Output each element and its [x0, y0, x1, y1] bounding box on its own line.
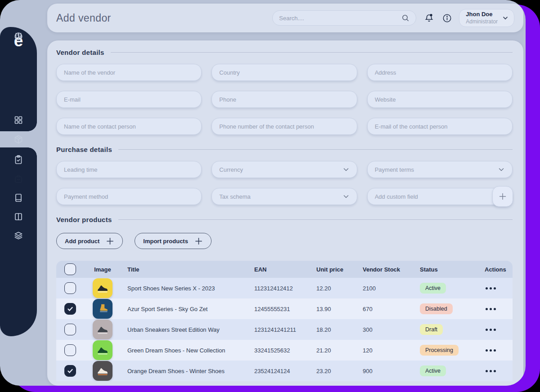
info-circle-icon [442, 13, 452, 23]
add-product-button[interactable]: Add product [56, 233, 123, 249]
page-title: Add vendor [56, 12, 111, 24]
shopping-bag-icon [14, 174, 23, 184]
sidebar-item-purchases[interactable] [0, 169, 37, 188]
sneaker-icon [96, 281, 109, 295]
product-image [93, 361, 112, 381]
app-window: e [0, 0, 526, 386]
leading-time-input[interactable] [57, 161, 201, 178]
contact-email-input[interactable] [368, 118, 512, 134]
product-title: Green Dream Shoes - New Collection [120, 347, 254, 354]
book-icon [14, 193, 23, 203]
product-ean: 12455555231 [254, 306, 316, 312]
section-title-text: Vendor products [56, 216, 112, 223]
tax-schema-select[interactable]: Tax schema [212, 188, 357, 205]
product-title: Orange Dream Shoes - Winter Shoes [120, 368, 254, 374]
status-badge: Active [420, 365, 446, 376]
notifications-button[interactable] [424, 13, 434, 23]
layers-icon [14, 231, 23, 241]
email-input[interactable] [57, 91, 201, 107]
section-title-text: Vendor details [56, 49, 104, 56]
sidebar-item-library[interactable] [0, 188, 37, 207]
product-title: Sport Shoes New Series X - 2023 [120, 285, 254, 292]
website-input[interactable] [368, 91, 512, 107]
sidebar-item-settings[interactable] [0, 27, 37, 46]
page-background: e [0, 0, 540, 392]
column-header: Actions [481, 266, 513, 273]
column-header: Title [120, 266, 254, 273]
sidebar-item-collections[interactable] [0, 226, 37, 245]
custom-field-input[interactable] [368, 188, 512, 205]
product-image [93, 320, 112, 339]
phone-field [212, 91, 357, 108]
row-checkbox[interactable] [64, 303, 76, 315]
product-vendor-stock: 120 [363, 347, 420, 354]
product-unit-price: 18.20 [316, 326, 363, 333]
search-icon[interactable] [401, 14, 410, 22]
dashboard-grid-icon [14, 115, 23, 125]
vendor-name-field [56, 64, 202, 81]
country-input[interactable] [212, 64, 356, 80]
chevron-down-icon [502, 15, 508, 21]
plus-icon [194, 237, 203, 245]
top-bar: Add vendor [47, 4, 523, 32]
check-icon [67, 368, 73, 374]
select-all-checkbox[interactable] [64, 263, 76, 275]
product-ean: 23524124124 [254, 368, 316, 374]
table-row: Orange Dream Shoes - Winter Shoes 235241… [56, 361, 513, 381]
section-divider [111, 52, 513, 53]
select-placeholder: Payment terms [375, 166, 414, 173]
chevron-down-icon [342, 193, 350, 200]
vendor-name-input[interactable] [57, 64, 201, 80]
add-custom-field-button[interactable] [492, 186, 513, 207]
table-body: Sport Shoes New Series X - 2023 11231241… [56, 278, 513, 381]
row-checkbox[interactable] [64, 344, 76, 356]
table-header-row: Image Title EAN Unit price Vendor Stock … [56, 261, 513, 278]
sidebar-item-products[interactable] [0, 130, 37, 149]
contact-phone-input[interactable] [212, 118, 356, 134]
product-vendor-stock: 670 [363, 306, 420, 312]
product-image [93, 299, 112, 319]
package-box-icon [14, 134, 23, 144]
column-header: Vendor Stock [363, 266, 420, 273]
row-actions-button[interactable] [485, 347, 497, 354]
sneaker-icon [96, 364, 109, 378]
row-checkbox[interactable] [64, 324, 76, 335]
product-unit-price: 12.20 [316, 285, 363, 292]
sidebar-item-catalog[interactable] [0, 207, 37, 226]
table-row: Azur Sport Series - Sky Go Zet 124555552… [56, 298, 513, 319]
vendor-details-grid [56, 64, 513, 135]
sneaker-icon [96, 323, 109, 336]
status-badge: Disabled [420, 303, 453, 314]
row-actions-button[interactable] [485, 305, 497, 313]
sidebar-item-orders[interactable] [0, 150, 37, 169]
status-badge: Processing [420, 345, 459, 356]
user-info: Jhon Doe Administrator [466, 11, 498, 25]
info-button[interactable] [442, 13, 452, 23]
row-actions-button[interactable] [485, 367, 497, 375]
product-unit-price: 13.90 [316, 306, 363, 312]
address-input[interactable] [368, 64, 512, 80]
row-checkbox[interactable] [64, 282, 76, 294]
product-title: Urban Sneakers Street Edition Way [120, 326, 254, 333]
column-header: Image [85, 266, 120, 273]
table-row: Urban Sneakers Street Edition Way 123124… [56, 319, 513, 340]
row-actions-button[interactable] [485, 285, 497, 292]
search-input[interactable] [279, 15, 401, 22]
contact-name-input[interactable] [57, 118, 201, 134]
payment-terms-select[interactable]: Payment terms [367, 161, 513, 178]
payment-method-input[interactable] [57, 188, 201, 205]
import-products-button[interactable]: Import products [135, 233, 212, 249]
section-divider [118, 219, 513, 220]
phone-input[interactable] [212, 91, 356, 107]
split-columns-icon [14, 212, 23, 222]
clipboard-check-icon [14, 155, 23, 165]
product-unit-price: 23.20 [316, 368, 363, 374]
section-title-text: Purchase details [56, 146, 112, 153]
row-actions-button[interactable] [485, 326, 497, 334]
product-vendor-stock: 300 [363, 326, 420, 333]
user-menu[interactable]: Jhon Doe Administrator [459, 9, 514, 27]
sidebar-item-dashboard[interactable] [0, 111, 37, 129]
currency-select[interactable]: Currency [212, 161, 357, 178]
row-checkbox[interactable] [64, 365, 76, 377]
check-icon [67, 306, 73, 312]
